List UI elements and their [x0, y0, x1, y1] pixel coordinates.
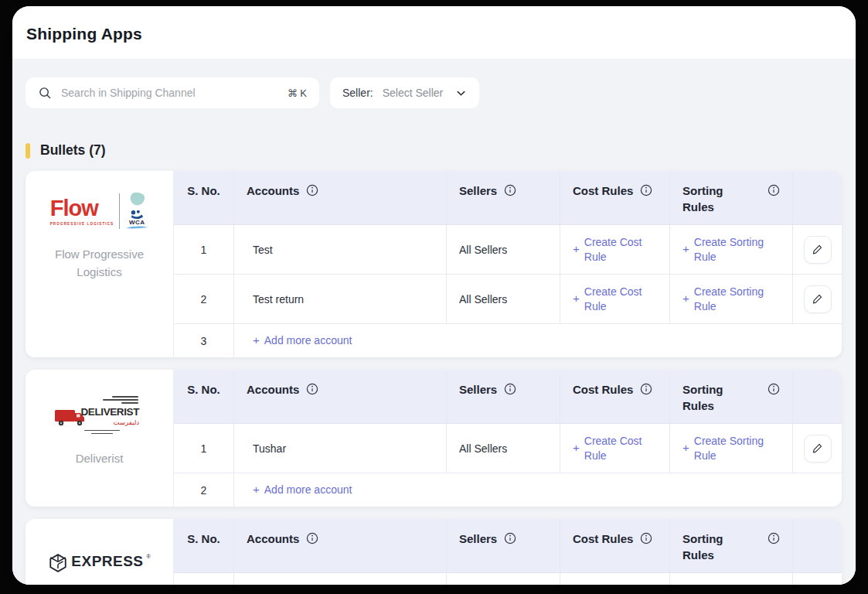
shipping-app-card-deliverist: DELIVERIST دليفرست Deliverist S. No. Acc… — [26, 370, 842, 507]
plus-icon: + — [253, 482, 260, 497]
search-input[interactable]: Search in Shipping Channel ⌘ K — [26, 77, 319, 108]
info-icon[interactable] — [768, 184, 780, 196]
row-sellers: All Sellers — [446, 424, 560, 473]
registered-mark: ® — [147, 554, 151, 559]
row-account-name: Tushar — [233, 424, 446, 473]
plus-icon: + — [682, 440, 689, 456]
edit-account-button[interactable] — [804, 236, 832, 264]
row-sno: 1 — [174, 424, 233, 473]
create-sorting-rule-link[interactable]: +Create Sorting Rule — [682, 235, 780, 265]
flow-logo: Flow PROGRESSIVE LOGISTICS — [50, 193, 149, 230]
row-sno: 2 — [174, 275, 233, 323]
flow-logo-divider — [119, 193, 120, 229]
search-shortcut-badge: ⌘ K — [288, 87, 307, 99]
table-row: 2 Test return All Sellers +Create Cost R… — [174, 275, 842, 324]
row-sellers: All Sellers — [446, 225, 560, 274]
flow-logo-subtitle: PROGRESSIVE LOGISTICS — [50, 222, 114, 226]
page-content: Search in Shipping Channel ⌘ K Seller: S… — [12, 59, 856, 585]
chevron-down-icon — [455, 87, 467, 99]
search-placeholder: Search in Shipping Channel — [61, 87, 278, 99]
accounts-table: S. No. Accounts Sellers Cost Rules Sorti… — [174, 370, 842, 507]
shipping-app-card-express: EXPRESS ® S. No. Accounts Sellers Cost R… — [26, 519, 842, 585]
accounts-table: S. No. Accounts Sellers Cost Rules Sorti… — [174, 171, 842, 357]
app-logo-panel: Flow PROGRESSIVE LOGISTICS — [26, 171, 174, 357]
info-icon[interactable] — [306, 184, 318, 196]
express-logo-word: EXPRESS — [71, 553, 143, 571]
create-sorting-rule-link[interactable]: +Create Sorting Rule — [682, 434, 780, 463]
info-icon[interactable] — [768, 383, 780, 395]
col-header-sno: S. No. — [187, 531, 220, 547]
col-header-accounts: Accounts — [247, 381, 299, 398]
add-account-row: 2 +Add more account — [174, 473, 842, 507]
page-title: Shipping Apps — [26, 25, 842, 43]
plus-icon: + — [573, 291, 580, 306]
info-icon[interactable] — [306, 383, 318, 395]
info-icon[interactable] — [640, 184, 652, 196]
row-sno: 1 — [174, 225, 233, 274]
info-icon[interactable] — [504, 184, 516, 196]
col-header-cost-rules: Cost Rules — [573, 183, 633, 199]
col-header-sno: S. No. — [187, 381, 220, 398]
info-icon[interactable] — [640, 532, 652, 544]
add-more-account-link[interactable]: +Add more account — [253, 333, 352, 348]
plus-icon: + — [253, 333, 260, 348]
deliverist-logo-word: DELIVERIST — [81, 407, 140, 418]
flow-logo-word: Flow — [50, 197, 114, 220]
create-cost-rule-link[interactable]: +Create Cost Rule — [573, 434, 657, 463]
plus-icon: + — [573, 241, 580, 257]
info-icon[interactable] — [504, 532, 516, 544]
col-header-sorting-rules: Sorting Rules — [682, 531, 752, 563]
speed-lines-icon — [53, 430, 146, 435]
pencil-icon — [811, 442, 824, 455]
row-account-name: Test return — [233, 275, 446, 323]
deliverist-logo-arabic: دليفرست — [114, 418, 139, 426]
info-icon[interactable] — [306, 532, 318, 544]
flow-logo-emblem: WCA — [125, 193, 148, 230]
info-icon[interactable] — [640, 383, 652, 395]
shipping-app-card-flow: Flow PROGRESSIVE LOGISTICS — [26, 171, 842, 357]
seller-select-value: Select Seller — [383, 87, 444, 99]
app-logo-panel: DELIVERIST دليفرست Deliverist — [26, 370, 174, 507]
seller-select-label: Seller: — [342, 87, 373, 99]
row-sno: 3 — [174, 324, 233, 357]
section-accent-bar — [26, 143, 30, 159]
wca-swoosh-icon — [125, 226, 148, 230]
col-header-cost-rules: Cost Rules — [573, 531, 633, 547]
col-header-sellers: Sellers — [459, 381, 497, 398]
row-sellers: All Sellers — [446, 275, 560, 323]
create-sorting-rule-link[interactable]: +Create Sorting Rule — [682, 285, 780, 314]
add-more-account-link[interactable]: +Add more account — [253, 482, 352, 497]
plus-icon: + — [682, 241, 689, 257]
col-header-sorting-rules: Sorting Rules — [682, 183, 752, 215]
create-cost-rule-link[interactable]: +Create Cost Rule — [573, 235, 657, 265]
toolbar: Search in Shipping Channel ⌘ K Seller: S… — [26, 77, 842, 108]
edit-account-button[interactable] — [804, 285, 832, 313]
info-icon[interactable] — [504, 383, 516, 395]
app-name: Deliverist — [49, 449, 150, 467]
edit-account-button[interactable] — [804, 435, 832, 463]
table-row: 1 Test All Sellers +Create Cost Rule +Cr… — [174, 225, 842, 275]
section-title: Bullets (7) — [40, 142, 106, 159]
col-header-sellers: Sellers — [459, 531, 497, 547]
row-sno: 2 — [174, 473, 233, 507]
table-row — [174, 573, 842, 585]
table-header-row: S. No. Accounts Sellers Cost Rules Sorti… — [174, 370, 842, 424]
app-window: Shipping Apps Search in Shipping Channel… — [12, 6, 856, 585]
flow-emblem-mark-icon — [129, 209, 145, 219]
page-header: Shipping Apps — [12, 6, 856, 59]
table-row: 1 Tushar All Sellers +Create Cost Rule +… — [174, 424, 842, 473]
section-header: Bullets (7) — [26, 142, 842, 159]
express-logo: EXPRESS ® — [48, 553, 150, 573]
table-header-row: S. No. Accounts Sellers Cost Rules Sorti… — [174, 171, 842, 225]
create-cost-rule-link[interactable]: +Create Cost Rule — [573, 285, 657, 314]
col-header-accounts: Accounts — [247, 531, 299, 547]
seller-select[interactable]: Seller: Select Seller — [330, 77, 479, 108]
pencil-icon — [811, 243, 824, 256]
col-header-accounts: Accounts — [247, 183, 299, 199]
info-icon[interactable] — [768, 532, 780, 544]
plus-icon: + — [682, 291, 689, 306]
search-icon — [38, 86, 52, 100]
col-header-sellers: Sellers — [459, 183, 497, 199]
col-header-cost-rules: Cost Rules — [573, 381, 633, 398]
wca-logo-text: WCA — [129, 220, 145, 226]
